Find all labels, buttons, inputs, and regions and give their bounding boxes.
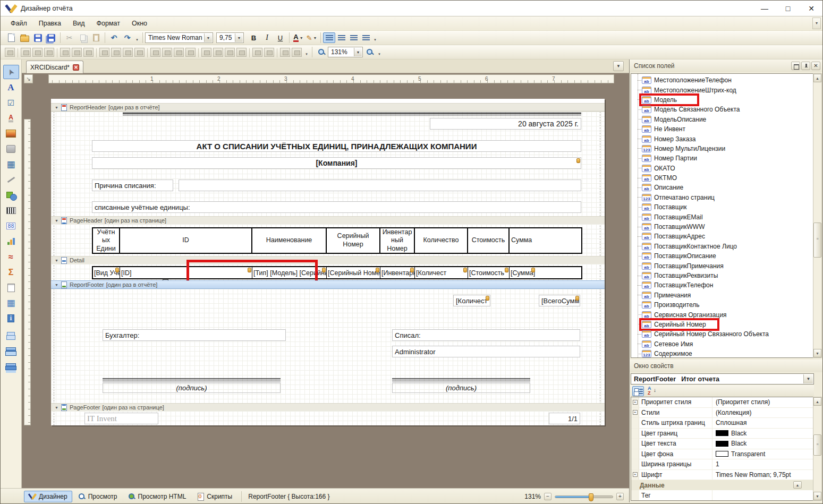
field-list-item[interactable]: abСерийный Номер Связанного Объекта xyxy=(631,329,813,339)
smart-tag-icon[interactable] xyxy=(463,268,467,272)
field-list-tree[interactable]: abМестоположениеТелефонabМестоположениеШ… xyxy=(631,73,814,358)
field-list-item[interactable]: abПоставщикОписание xyxy=(631,251,813,261)
v-spacing-increase[interactable] xyxy=(213,48,223,57)
document-tab[interactable]: XRCIDiscard* ✕ xyxy=(26,61,83,73)
field-list-item[interactable]: abПоставщикWWW xyxy=(631,222,813,232)
field-list-item[interactable]: abПоставщикТелефон xyxy=(631,280,813,290)
align-left-button[interactable] xyxy=(323,32,335,43)
field-list-item[interactable]: abМодель xyxy=(631,95,813,105)
toolbox-item[interactable] xyxy=(3,219,19,233)
close-tab-icon[interactable]: ✕ xyxy=(73,64,79,71)
undo-button[interactable]: ↶ xyxy=(107,32,121,44)
field-list-item[interactable]: abСетевое Имя xyxy=(631,339,813,349)
toolbox-item[interactable] xyxy=(3,188,19,202)
view-tab[interactable]: Просмотр HTML xyxy=(123,491,191,502)
toolbox-item[interactable] xyxy=(3,234,19,249)
band-header-pagefooter[interactable]: ▼ PageFooter [один раз на странице] xyxy=(51,403,605,412)
tab-list-dropdown[interactable]: ▼ xyxy=(613,61,624,71)
menu-item[interactable]: Вид xyxy=(67,17,91,30)
categorized-view-button[interactable] xyxy=(632,386,644,396)
field-list-item[interactable]: abНомер Партии xyxy=(631,153,813,163)
collapse-band-icon[interactable]: ▼ xyxy=(55,406,58,409)
report-title-field[interactable]: АКТ О СПИСАНИИ УЧЁТНЫХ ЕДИНИЦ, ПРИНАДЛЕЖ… xyxy=(92,140,581,152)
make-same-size[interactable] xyxy=(134,48,145,57)
v-spacing-decrease[interactable] xyxy=(225,48,235,57)
size-to-grid[interactable] xyxy=(111,48,121,57)
minimize-button[interactable]: — xyxy=(759,4,770,13)
field-list-item[interactable]: abОКАТО xyxy=(631,164,813,173)
property-value[interactable]: Transparent xyxy=(712,449,813,459)
ruler-corner-button[interactable]: ↘ xyxy=(24,74,33,83)
detail-field-cell[interactable]: [Количест xyxy=(415,267,468,278)
new-report-button[interactable] xyxy=(5,32,18,44)
zoom-in-icon[interactable] xyxy=(363,46,376,58)
zoom-slider-thumb[interactable] xyxy=(589,493,593,501)
expand-icon[interactable]: + xyxy=(633,472,638,477)
bring-to-front[interactable] xyxy=(280,48,290,57)
open-button[interactable] xyxy=(18,32,31,44)
field-list-item[interactable]: abПоставщикАдрес xyxy=(631,232,813,241)
font-size-combo[interactable]: 9,75▼ xyxy=(216,32,244,43)
toolbox-item[interactable] xyxy=(3,80,19,95)
close-button[interactable]: ✕ xyxy=(805,4,817,13)
property-value[interactable] xyxy=(712,490,813,500)
field-list-item[interactable]: abМодельОписание xyxy=(631,115,813,124)
signature-caption[interactable]: (подпись) xyxy=(103,383,281,393)
font-color-button[interactable]: A▼ xyxy=(292,32,305,44)
menu-item[interactable]: Окно xyxy=(126,17,153,30)
writer-label[interactable]: Списал: xyxy=(392,329,580,341)
property-value[interactable]: 1 xyxy=(712,459,813,469)
collapse-band-icon[interactable]: ▼ xyxy=(55,259,58,262)
save-all-button[interactable] xyxy=(45,32,58,44)
field-list-item[interactable]: abПоставщикПримечания xyxy=(631,261,813,270)
toolbox-item[interactable] xyxy=(3,65,19,79)
field-list-item[interactable]: abПоставщикРеквизиты xyxy=(631,271,813,280)
align-rights[interactable] xyxy=(44,48,54,57)
field-list-item[interactable]: abПоставщик xyxy=(631,202,813,212)
zoom-in-button[interactable]: + xyxy=(616,493,624,500)
field-list-item[interactable]: abПоставщикEMail xyxy=(631,212,813,221)
font-name-combo[interactable]: Times New Roman▼ xyxy=(145,32,213,43)
band-header-reportheader[interactable]: ▼ ReportHeader [один раз в отчёте] xyxy=(51,103,605,112)
toolbox-item[interactable] xyxy=(3,250,19,264)
band-pagefooter[interactable]: IT Invent 1/1 xyxy=(51,411,605,425)
field-list-item[interactable]: abМодель Связанного Объекта xyxy=(631,105,813,114)
h-spacing-decrease[interactable] xyxy=(174,48,184,57)
bold-button[interactable]: B xyxy=(247,32,260,44)
smart-tag-icon[interactable] xyxy=(322,268,326,272)
object-selector-combo[interactable]: ReportFooter Итог отчета ▼ xyxy=(631,373,814,385)
field-list-item[interactable]: abСерийный Номер xyxy=(631,320,813,329)
smart-tag-icon[interactable] xyxy=(376,268,379,272)
property-row[interactable]: + Шрифт Times New Roman; 9,75pt xyxy=(631,470,813,481)
field-list-item[interactable]: abНе Инвент xyxy=(631,124,813,134)
make-same-width[interactable] xyxy=(99,48,109,57)
signature-block-right[interactable]: (подпись) xyxy=(392,378,530,393)
band-detail[interactable]: [Вид Учётных Един[ID][Тип] [Модель] [Сер… xyxy=(51,264,605,280)
column-header-cell[interactable]: Серийный Номер xyxy=(327,228,380,253)
toolbox-item[interactable] xyxy=(3,157,19,172)
property-value[interactable]: Сплошная xyxy=(712,418,813,428)
field-list-item[interactable]: 123Номер МультиЛицензии xyxy=(631,144,813,153)
smart-tag-icon[interactable] xyxy=(531,268,535,272)
highlight-color-button[interactable]: ✎▼ xyxy=(305,32,318,44)
align-middles[interactable] xyxy=(72,48,82,57)
vertical-ruler[interactable] xyxy=(24,119,31,425)
chevron-down-icon[interactable]: ▼ xyxy=(235,33,243,42)
detail-field-cell[interactable]: [Сумма] xyxy=(510,267,536,278)
signature-caption[interactable]: (подпись) xyxy=(392,383,530,393)
collapse-band-icon[interactable]: ▼ xyxy=(55,283,58,287)
field-list-item[interactable]: 123Содержимое xyxy=(631,349,813,358)
scroll-down-icon[interactable]: ▼ xyxy=(813,349,821,357)
copy-button[interactable] xyxy=(76,32,89,44)
make-same-height[interactable] xyxy=(123,48,133,57)
property-row[interactable]: + Цвет текста Black xyxy=(631,439,813,449)
collapse-band-icon[interactable]: ▼ xyxy=(55,219,58,223)
band-pageheader[interactable]: Вид Учётных ЕдиницIDНаименованиеСерийный… xyxy=(51,224,605,256)
menu-overflow-button[interactable]: ▾ xyxy=(812,18,821,29)
alphabetical-sort-button[interactable]: ↓ xyxy=(646,386,658,396)
smart-tag-icon[interactable] xyxy=(576,158,580,163)
toolbox-item[interactable] xyxy=(3,296,19,310)
detail-field-cell[interactable]: [Стоимость xyxy=(468,267,510,278)
align-center-button[interactable] xyxy=(335,32,347,43)
pin-panel-icon[interactable] xyxy=(801,62,810,70)
